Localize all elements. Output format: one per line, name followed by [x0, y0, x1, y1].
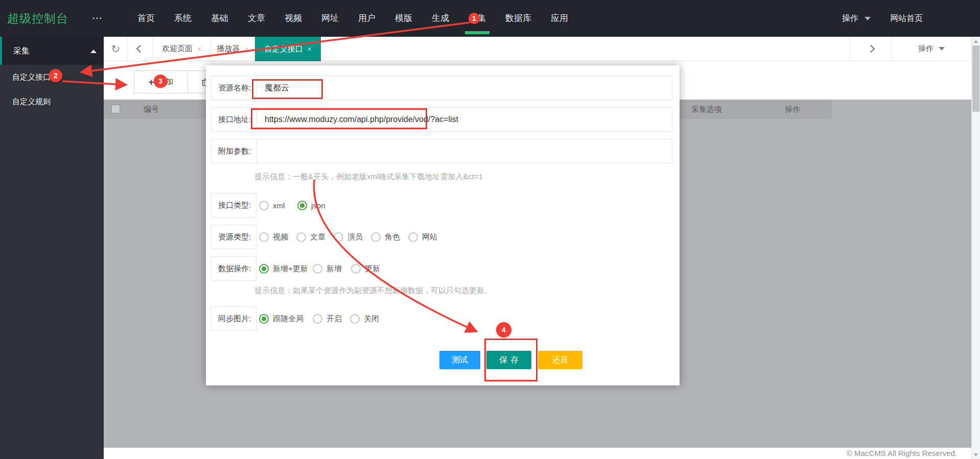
radio-icon [350, 314, 360, 324]
scrollbar-thumb[interactable] [972, 45, 979, 112]
radio-actor[interactable]: 演员 [334, 225, 363, 249]
tab-player-label: 播放器 [217, 44, 240, 54]
param-hint-text: 提示信息：一般&开头，例如老版xml格式采集下载地址需加入&ct=1 [254, 172, 483, 182]
app-logo: 超级控制台 [7, 0, 68, 37]
radio-checked-icon [259, 264, 269, 274]
menu-item-template[interactable]: 模版 [385, 0, 422, 37]
tab-welcome[interactable]: 欢迎页面 × [153, 37, 211, 61]
triangle-up-icon [974, 40, 978, 43]
refresh-icon[interactable]: ↻ [104, 37, 128, 61]
tab-player[interactable]: 播放器 × [211, 37, 255, 61]
navbar-operate-dropdown[interactable]: 操作 [842, 0, 871, 37]
select-all-checkbox[interactable] [111, 105, 120, 113]
radio-xml[interactable]: xml [259, 193, 285, 218]
chevron-up-icon [90, 50, 97, 53]
radio-article[interactable]: 文章 [296, 225, 325, 249]
radio-on-label: 开启 [326, 314, 342, 324]
chevron-down-icon [939, 47, 945, 51]
highlight-box-url-value [251, 108, 427, 129]
radio-icon [313, 314, 322, 324]
plus-icon: + [148, 77, 154, 88]
url-label: 接口地址: [212, 108, 257, 131]
radio-on[interactable]: 开启 [313, 306, 342, 331]
form-row-param: 附加参数: [211, 139, 672, 163]
scrollbar-down-button[interactable] [972, 450, 980, 459]
tabbar-operate-dropdown[interactable]: 操作 [892, 37, 971, 61]
tabs-scroll-right-button[interactable] [850, 37, 892, 61]
sidebar-group-label: 采集 [13, 46, 30, 55]
menu-item-system[interactable]: 系统 [165, 0, 201, 37]
triangle-down-icon [974, 453, 978, 456]
sync-image-group: 跟随全局 开启 关闭 [206, 306, 667, 331]
menu-item-generate[interactable]: 生成 [422, 0, 459, 37]
radio-icon [371, 232, 381, 242]
step-badge-3: 3 [154, 75, 167, 88]
radio-add[interactable]: 新增 [313, 256, 342, 281]
highlight-box-name-value [252, 79, 323, 99]
radio-off[interactable]: 关闭 [350, 306, 379, 331]
param-label: 附加参数: [212, 139, 257, 163]
footer: © MacCMS All Rights Reserved. [104, 448, 980, 459]
radio-add-update-label: 新增+更新 [273, 264, 308, 274]
radio-article-label: 文章 [310, 232, 325, 242]
tabs-scroll-left-button[interactable] [128, 37, 153, 61]
tab-bar: ↻ 欢迎页面 × 播放器 × 自定义接口 × 操作 [104, 37, 971, 61]
top-navbar: 超级控制台 ⋯ 首页 系统 基础 文章 视频 网址 用户 模版 生成 采集 数据… [0, 0, 980, 37]
close-icon[interactable]: × [307, 45, 311, 53]
highlight-box-save-button [484, 339, 538, 381]
resource-type-group: 视频 文章 演员 角色 网站 [206, 225, 667, 249]
name-input[interactable]: 魔都云 [265, 76, 670, 100]
param-input[interactable] [265, 139, 670, 163]
menu-item-video[interactable]: 视频 [275, 0, 312, 37]
menu-item-basic[interactable]: 基础 [201, 0, 238, 37]
radio-checked-icon [297, 201, 307, 210]
radio-json[interactable]: json [297, 193, 325, 218]
chevron-left-icon [136, 45, 144, 53]
radio-icon [351, 264, 361, 274]
radio-site[interactable]: 网站 [408, 225, 437, 249]
radio-xml-label: xml [273, 201, 285, 210]
menu-item-home[interactable]: 首页 [128, 0, 165, 37]
radio-role-label: 角色 [385, 232, 400, 242]
radio-icon [259, 232, 269, 242]
close-icon[interactable]: × [197, 45, 201, 53]
copyright-text: © MacCMS All Rights Reserved. [847, 449, 957, 457]
tab-welcome-label: 欢迎页面 [162, 44, 193, 54]
radio-role[interactable]: 角色 [371, 225, 400, 249]
menu-item-user[interactable]: 用户 [348, 0, 385, 37]
menu-item-database[interactable]: 数据库 [496, 0, 541, 37]
chevron-down-icon [865, 17, 871, 20]
radio-icon [334, 232, 343, 242]
menu-item-app[interactable]: 应用 [541, 0, 578, 37]
test-button[interactable]: 测试 [439, 351, 480, 369]
radio-follow-global-label: 跟随全局 [273, 314, 304, 324]
navbar-operate-label: 操作 [842, 13, 858, 24]
scrollbar-up-button[interactable] [972, 37, 980, 45]
column-header-operate: 操作 [785, 100, 800, 119]
site-home-link[interactable]: 网站首页 [890, 0, 923, 37]
tab-custom-api-active[interactable]: 自定义接口 × [255, 37, 321, 61]
chevron-right-icon [867, 45, 875, 53]
column-header-number: 编号 [144, 100, 159, 119]
step-badge-4: 4 [496, 322, 511, 337]
radio-follow-global[interactable]: 跟随全局 [259, 306, 304, 331]
tab-custom-api-label: 自定义接口 [264, 44, 302, 54]
radio-update[interactable]: 更新 [351, 256, 380, 281]
radio-json-label: json [311, 201, 325, 210]
more-menu-icon[interactable]: ⋯ [92, 0, 102, 37]
radio-site-label: 网站 [422, 232, 437, 242]
menu-item-website[interactable]: 网址 [312, 0, 348, 37]
page-scrollbar[interactable] [971, 37, 980, 459]
sidebar-item-custom-rule[interactable]: 自定义规则 [0, 89, 104, 114]
radio-add-update[interactable]: 新增+更新 [259, 256, 308, 281]
sidebar-group-collect[interactable]: 采集 [0, 37, 104, 65]
column-header-collect-option: 采集选项 [691, 100, 722, 119]
radio-checked-icon [259, 314, 269, 324]
tabbar-operate-label: 操作 [918, 44, 934, 54]
menu-item-article[interactable]: 文章 [238, 0, 275, 37]
step-badge-2: 2 [49, 69, 62, 82]
close-icon[interactable]: × [244, 45, 248, 53]
radio-video[interactable]: 视频 [259, 225, 288, 249]
radio-icon [296, 232, 306, 242]
restore-button[interactable]: 还原 [538, 351, 582, 369]
